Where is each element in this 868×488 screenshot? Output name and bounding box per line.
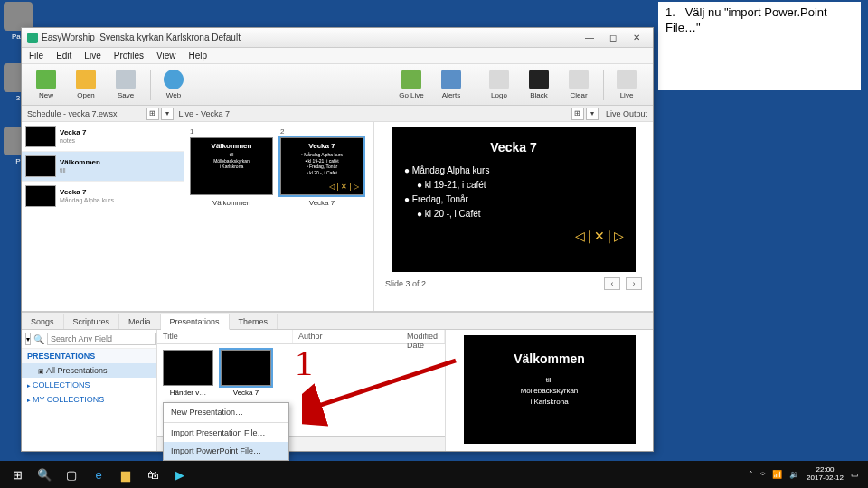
menu-view[interactable]: View [151, 49, 182, 62]
view-toggle[interactable]: ▾ [161, 108, 174, 120]
desktop-label: P [15, 157, 20, 165]
slide-counter: Slide 3 of 2 [385, 279, 426, 288]
taskbar: ⊞ 🔍 ▢ e ▆ 🛍 ▶ ˄ ⌔ 📶 🔉 22:00 2017-02-12 ▭ [0, 461, 868, 488]
tray-chevron-icon[interactable]: ˄ [749, 470, 753, 479]
presentation-card[interactable]: Händer v… [163, 350, 213, 397]
menu-file[interactable]: File [24, 49, 49, 62]
golive-button[interactable]: Go Live [392, 67, 430, 103]
view-toggle[interactable]: ⊞ [571, 108, 584, 120]
schedule-title: Schedule - vecka 7.ewsx [27, 109, 118, 118]
tray-notifications-icon[interactable]: ▭ [851, 470, 859, 479]
close-button[interactable]: ✕ [626, 31, 647, 45]
desktop-label: 3 [16, 94, 20, 102]
taskview-button[interactable]: ▢ [58, 461, 85, 488]
presentation-label: Vecka 7 [221, 389, 271, 397]
live-icon [617, 70, 637, 89]
app-icon[interactable]: ▶ [166, 461, 193, 488]
context-menu: New Presentation… Import Presentation Fi… [163, 402, 289, 461]
prev-slide-button[interactable]: ‹ [604, 277, 620, 290]
schedule-item[interactable]: Vecka 7Måndag Alpha kurs [22, 182, 184, 211]
tab-scriptures[interactable]: Scriptures [64, 314, 120, 329]
black-button[interactable]: Black [520, 67, 558, 103]
slide-caption: Vecka 7 [280, 199, 363, 207]
tab-presentations[interactable]: Presentations [161, 314, 230, 330]
tab-songs[interactable]: Songs [22, 314, 64, 329]
view-toggle[interactable]: ▾ [586, 108, 599, 120]
store-icon[interactable]: 🛍 [139, 461, 166, 488]
ctx-new-presentation[interactable]: New Presentation… [164, 403, 288, 421]
preview-title: Vecka 7 [404, 140, 623, 155]
new-button[interactable]: New [27, 67, 65, 103]
presentation-card[interactable]: Vecka 7 [221, 350, 271, 397]
start-button[interactable]: ⊞ [4, 461, 31, 488]
menu-profiles[interactable]: Profiles [108, 49, 149, 62]
black-icon [529, 70, 549, 89]
view-toggle[interactable]: ⊞ [146, 108, 159, 120]
menu-edit[interactable]: Edit [51, 49, 77, 62]
menu-live[interactable]: Live [79, 49, 106, 62]
schedule-item[interactable]: Vecka 7notes [22, 122, 184, 152]
ctx-import-presentation[interactable]: Import Presentation File… [164, 424, 288, 442]
web-icon [164, 70, 184, 89]
golive-icon [401, 70, 421, 89]
open-icon [76, 70, 96, 89]
clear-icon [569, 70, 589, 89]
tab-themes[interactable]: Themes [230, 314, 278, 329]
app-name: EasyWorship [42, 33, 95, 42]
tray-network-icon[interactable]: ⌔ [760, 470, 765, 479]
ctx-import-powerpoint[interactable]: Import PowerPoint File… [164, 442, 288, 460]
live-button[interactable]: Live [608, 67, 646, 103]
slide-thumb: Välkommen till Möllebackskyrkan i Karlsk… [190, 137, 273, 195]
menubar: File Edit Live Profiles View Help [22, 48, 653, 64]
col-modified[interactable]: Modified Date [401, 330, 445, 343]
schedule-panel: Vecka 7notes Välkommentill Vecka 7Måndag… [22, 122, 184, 311]
minimize-button[interactable]: — [579, 31, 600, 45]
schedule-item[interactable]: Välkommentill [22, 152, 184, 182]
instruction-number: 1. [665, 5, 682, 21]
edge-icon[interactable]: e [85, 461, 112, 488]
sidebar-section: PRESENTATIONS [22, 349, 156, 363]
sidebar-item-collections[interactable]: COLLECTIONS [22, 378, 156, 392]
search-filter-dropdown[interactable]: ▾ [25, 333, 31, 345]
tray-wifi-icon[interactable]: 📶 [772, 470, 782, 479]
search-input[interactable] [47, 333, 156, 345]
alerts-button[interactable]: Alerts [432, 67, 470, 103]
tray-volume-icon[interactable]: 🔉 [789, 470, 799, 479]
toolbar: New Open Save Web Go Live Alerts Logo Bl… [22, 64, 653, 106]
menu-help[interactable]: Help [184, 49, 213, 62]
alerts-icon [441, 70, 461, 89]
subheader: Schedule - vecka 7.ewsx ⊞ ▾ Live - Vecka… [22, 106, 653, 122]
system-tray[interactable]: ˄ ⌔ 📶 🔉 22:00 2017-02-12 ▭ [749, 466, 864, 483]
save-button[interactable]: Save [107, 67, 145, 103]
library-sidebar: ▾ 🔍 PRESENTATIONS ▣ All Presentations CO… [22, 330, 157, 451]
web-button[interactable]: Web [155, 67, 193, 103]
fish-icon: ◁❘✕❘▷ [404, 229, 623, 243]
annotation-number: 1 [295, 342, 313, 384]
titlebar[interactable]: EasyWorship Svenska kyrkan Karlskrona De… [22, 28, 653, 48]
sidebar-item-all-presentations[interactable]: ▣ All Presentations [22, 363, 156, 378]
maximize-button[interactable]: ◻ [602, 31, 624, 45]
tab-media[interactable]: Media [119, 314, 161, 329]
slide-cell[interactable]: 2 Vecka 7 • Måndag Alpha kurs • kl 19-21… [280, 127, 363, 207]
save-icon [116, 70, 136, 89]
new-icon [36, 70, 56, 89]
app-logo-icon [27, 33, 38, 43]
logo-button[interactable]: Logo [480, 67, 518, 103]
col-title[interactable]: Title [157, 330, 293, 343]
live-preview: Vecka 7 Måndag Alpha kurs kl 19-21, i ca… [374, 122, 653, 311]
next-slide-button[interactable]: › [626, 277, 642, 290]
tray-clock[interactable]: 22:00 2017-02-12 [807, 466, 844, 483]
instruction-text: Välj nu "import Power.Point File…" [665, 5, 827, 34]
sidebar-item-mycollections[interactable]: MY COLLECTIONS [22, 392, 156, 407]
search-button[interactable]: 🔍 [31, 461, 58, 488]
schedule-thumb [25, 155, 56, 177]
clear-button[interactable]: Clear [560, 67, 598, 103]
preview-slide-small: Välkommen till Möllebackskyrkan i Karlsk… [464, 335, 636, 444]
slide-cell[interactable]: 1 Välkommen till Möllebackskyrkan i Karl… [190, 127, 273, 207]
open-button[interactable]: Open [67, 67, 105, 103]
schedule-thumb [25, 185, 56, 207]
easyworship-window: EasyWorship Svenska kyrkan Karlskrona De… [21, 27, 654, 452]
explorer-icon[interactable]: ▆ [112, 461, 139, 488]
preview-slide: Vecka 7 Måndag Alpha kurs kl 19-21, i ca… [392, 127, 636, 272]
slide-caption: Välkommen [190, 199, 273, 207]
